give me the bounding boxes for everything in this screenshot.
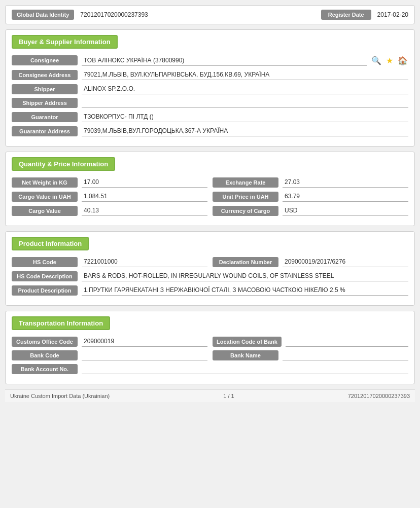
exchange-rate-group: Exchange Rate 27.03	[213, 177, 408, 188]
customs-office-code-label: Customs Office Code	[12, 337, 78, 347]
product-desc-row: Product Description 1.ПРУТКИ ГАРЯЧЕКАТАН…	[12, 285, 408, 296]
cargo-value-value: 40.13	[82, 205, 207, 216]
hs-code-label: HS Code	[12, 257, 78, 267]
net-weight-group: Net Weight in KG 17.00	[12, 177, 207, 188]
quantity-price-section: Quantity & Price Information Net Weight …	[5, 152, 415, 226]
exchange-rate-label: Exchange Rate	[213, 177, 278, 188]
qty-row-2: Cargo Value in UAH 1,084.51 Unit Price i…	[12, 191, 408, 202]
status-right: 72012017020000237393	[348, 393, 410, 399]
consignee-icons: 🔍 ★ 🏠	[371, 55, 408, 66]
global-data-identity-value: 72012017020000237393	[80, 11, 321, 18]
net-weight-label: Net Weight in KG	[12, 177, 78, 188]
declaration-number-group: Declaration Number 209000019/2017/6276	[213, 257, 408, 267]
transport-row-3: Bank Account No.	[12, 364, 408, 374]
unit-price-uah-value: 63.79	[283, 191, 408, 202]
bank-name-label: Bank Name	[213, 350, 278, 360]
hs-code-desc-row: HS Code Description BARS & RODS, HOT-ROL…	[12, 271, 408, 281]
hs-code-value: 7221001000	[82, 257, 207, 267]
consignee-row: Consignee ТОВ АЛІНОКС УКРАЇНА (37800990)…	[12, 55, 408, 66]
cargo-value-uah-group: Cargo Value in UAH 1,084.51	[12, 191, 207, 202]
hs-code-desc-value: BARS & RODS, HOT-ROLLED, IN IRREGULARLY …	[82, 271, 408, 281]
location-code-bank-label: Location Code of Bank	[213, 337, 282, 347]
product-section: Product Information HS Code 7221001000 D…	[5, 231, 415, 306]
product-desc-value: 1.ПРУТКИ ГАРЯЧЕКАТАНІ З НЕРЖАВІЮЧОЇ СТАЛ…	[82, 285, 408, 296]
customs-office-code-group: Customs Office Code 209000019	[12, 336, 207, 347]
consignee-address-value: 79021,М.ЛЬВІВ, ВУЛ.КУЛЬПАРКІВСЬКА, БУД.1…	[82, 69, 408, 80]
guarantor-address-row: Guarantor Address 79039,М.ЛЬВІВ,ВУЛ.ГОРО…	[12, 126, 408, 136]
customs-office-code-value: 209000019	[82, 336, 207, 347]
unit-price-uah-group: Unit Price in UAH 63.79	[213, 191, 408, 202]
cargo-value-group: Cargo Value 40.13	[12, 205, 207, 216]
shipper-address-value	[82, 98, 408, 108]
shipper-value: ALINOX SP.Z.O.O.	[82, 84, 408, 94]
search-icon[interactable]: 🔍	[371, 55, 382, 66]
product-row-1: HS Code 7221001000 Declaration Number 20…	[12, 257, 408, 267]
bank-code-group: Bank Code	[12, 350, 207, 360]
global-data-identity-label: Global Data Identity	[12, 10, 74, 20]
consignee-value-wrap: ТОВ АЛІНОКС УКРАЇНА (37800990) 🔍 ★ 🏠	[82, 55, 408, 66]
currency-cargo-group: Currency of Cargo USD	[213, 205, 408, 216]
bank-account-value	[82, 364, 408, 374]
unit-price-uah-label: Unit Price in UAH	[213, 192, 278, 202]
bank-account-label: Bank Account No.	[12, 364, 78, 374]
declaration-number-label: Declaration Number	[213, 257, 278, 267]
consignee-address-row: Consignee Address 79021,М.ЛЬВІВ, ВУЛ.КУЛ…	[12, 69, 408, 80]
star-icon[interactable]: ★	[384, 55, 395, 66]
net-weight-value: 17.00	[82, 177, 207, 188]
exchange-rate-value: 27.03	[283, 177, 408, 188]
qty-row-3: Cargo Value 40.13 Currency of Cargo USD	[12, 205, 408, 216]
hs-code-desc-label: HS Code Description	[12, 271, 78, 281]
guarantor-value: ТЗОВКОРПУС- ПІ ЛТД ()	[82, 112, 408, 122]
shipper-address-label: Shipper Address	[12, 98, 78, 108]
transport-row-1: Customs Office Code 209000019 Location C…	[12, 336, 408, 347]
bank-name-group: Bank Name	[213, 350, 408, 360]
guarantor-row: Guarantor ТЗОВКОРПУС- ПІ ЛТД ()	[12, 112, 408, 122]
bank-account-group: Bank Account No.	[12, 364, 408, 374]
location-code-bank-value	[286, 337, 408, 347]
transportation-title: Transportation Information	[12, 316, 110, 330]
hs-code-group: HS Code 7221001000	[12, 257, 207, 267]
status-center: 1 / 1	[223, 393, 234, 399]
consignee-value: ТОВ АЛІНОКС УКРАЇНА (37800990)	[82, 55, 367, 66]
currency-cargo-value: USD	[283, 205, 408, 216]
status-left: Ukraine Custom Import Data (Ukrainian)	[10, 393, 110, 399]
bank-code-label: Bank Code	[12, 350, 78, 360]
shipper-address-row: Shipper Address	[12, 98, 408, 108]
product-desc-label: Product Description	[12, 285, 78, 296]
guarantor-address-label: Guarantor Address	[12, 126, 78, 136]
currency-cargo-label: Currency of Cargo	[213, 206, 278, 216]
quantity-price-title: Quantity & Price Information	[12, 157, 115, 171]
buyer-supplier-section: Buyer & Supplier Information Consignee Т…	[5, 29, 415, 147]
status-bar: Ukraine Custom Import Data (Ukrainian) 1…	[5, 389, 415, 402]
register-date-value: 2017-02-20	[377, 11, 408, 18]
shipper-label: Shipper	[12, 84, 78, 94]
cargo-value-uah-value: 1,084.51	[82, 191, 207, 202]
transportation-section: Transportation Information Customs Offic…	[5, 311, 415, 384]
buyer-supplier-title: Buyer & Supplier Information	[12, 35, 118, 49]
transport-row-2: Bank Code Bank Name	[12, 350, 408, 360]
register-date-button[interactable]: Register Date	[321, 10, 371, 20]
cargo-value-uah-label: Cargo Value in UAH	[12, 192, 78, 202]
product-title: Product Information	[12, 237, 89, 250]
declaration-number-value: 209000019/2017/6276	[283, 257, 408, 267]
consignee-address-label: Consignee Address	[12, 70, 78, 80]
location-code-bank-group: Location Code of Bank	[213, 337, 408, 347]
consignee-label: Consignee	[12, 55, 78, 65]
guarantor-address-value: 79039,М.ЛЬВІВ,ВУЛ.ГОРОДОЦЬКА,367-А УКРАЇ…	[82, 126, 408, 136]
top-bar: Global Data Identity 7201201702000023739…	[5, 5, 415, 24]
bank-code-value	[82, 350, 207, 360]
qty-row-1: Net Weight in KG 17.00 Exchange Rate 27.…	[12, 177, 408, 188]
home-icon[interactable]: 🏠	[397, 55, 408, 66]
guarantor-label: Guarantor	[12, 112, 78, 122]
bank-name-value	[283, 350, 408, 360]
shipper-row: Shipper ALINOX SP.Z.O.O.	[12, 84, 408, 94]
cargo-value-label: Cargo Value	[12, 206, 78, 216]
